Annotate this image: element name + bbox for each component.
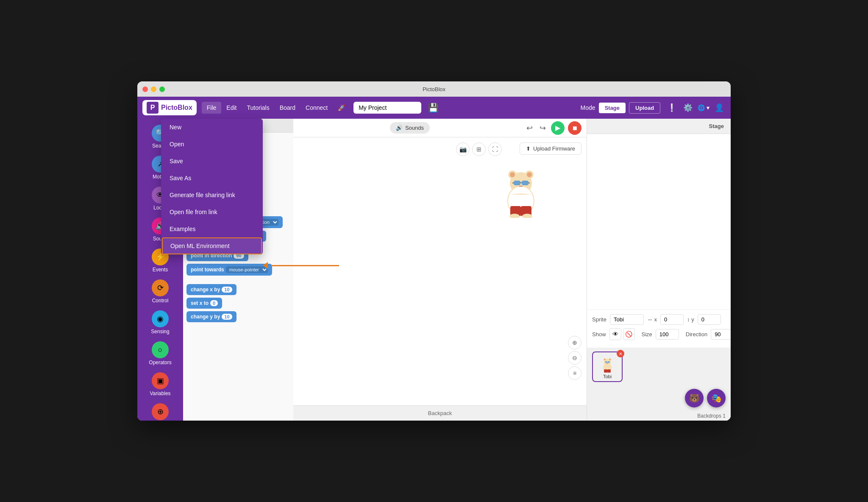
- right-panel: Stage Sprite ↔ x ↕ y Show 👁: [587, 119, 731, 421]
- project-name-input[interactable]: [353, 102, 421, 114]
- close-button[interactable]: [142, 86, 148, 92]
- sidebar-label-operators: Operators: [149, 360, 171, 365]
- svg-point-5: [527, 172, 532, 177]
- sidebar-item-operators[interactable]: ○ Operators: [141, 339, 179, 368]
- svg-rect-23: [605, 361, 607, 363]
- fit-button[interactable]: ≡: [568, 366, 581, 380]
- block-change-y[interactable]: change y by 10: [186, 311, 236, 322]
- y-coord-input[interactable]: [698, 314, 721, 325]
- svg-line-9: [512, 183, 514, 183]
- menu-save-as[interactable]: Save As: [161, 170, 263, 187]
- green-flag-button[interactable]: ▶: [551, 121, 565, 135]
- save-icon-button[interactable]: 💾: [425, 101, 442, 114]
- window-title: PictoBlox: [423, 86, 445, 92]
- menu-file[interactable]: File: [202, 102, 222, 114]
- menu-connect[interactable]: Connect: [300, 102, 333, 114]
- stage-mode-button[interactable]: Stage: [599, 103, 626, 113]
- svg-line-10: [529, 183, 530, 183]
- towards-dropdown[interactable]: mouse-pointer: [226, 266, 268, 273]
- sidebar-item-myblocks[interactable]: ⊕ My Blocks: [141, 401, 179, 421]
- operators-icon: ○: [152, 341, 169, 358]
- sprite-name-input[interactable]: [610, 314, 644, 325]
- user-icon[interactable]: 👤: [713, 101, 726, 114]
- sprite-info-row: Sprite ↔ x ↕ y: [592, 314, 726, 325]
- show-visible-button[interactable]: 👁: [609, 328, 621, 340]
- zoom-out-button[interactable]: ⊖: [568, 351, 581, 365]
- arrow-line: [271, 265, 339, 266]
- block-set-x[interactable]: set x to 0: [186, 298, 222, 309]
- sidebar-item-control[interactable]: ⟳ Control: [141, 277, 179, 306]
- tab-sounds[interactable]: 🔊 Sounds: [390, 122, 430, 134]
- sprite-tobi-thumb[interactable]: ✕: [592, 351, 623, 382]
- y-coord-label: ↕ y: [687, 316, 694, 323]
- sprite-tobi-container: ✕: [592, 351, 623, 382]
- zoom-in-button[interactable]: ⊕: [568, 336, 581, 349]
- upload-mode-button[interactable]: Upload: [629, 102, 660, 114]
- menu-open-from-link[interactable]: Open file from link: [161, 204, 263, 220]
- show-hidden-button[interactable]: 🚫: [623, 328, 635, 340]
- expand-icon-button[interactable]: ⛶: [488, 142, 502, 156]
- camera-icon-button[interactable]: 📷: [456, 142, 470, 156]
- sprite-props-row: Show 👁 🚫 Size Direction: [592, 328, 726, 340]
- menu-tutorials[interactable]: Tutorials: [242, 102, 274, 114]
- language-button[interactable]: 🌐 ▾: [698, 104, 709, 111]
- size-label: Size: [642, 331, 652, 337]
- notification-icon[interactable]: ❕: [665, 101, 678, 114]
- delete-sprite-button[interactable]: ✕: [617, 350, 624, 357]
- layout-icon-button[interactable]: ⊞: [472, 142, 486, 156]
- size-input[interactable]: [656, 329, 679, 340]
- undo-button[interactable]: ↩: [525, 122, 534, 134]
- backdrops-count: 1: [723, 413, 726, 419]
- x-coord-input[interactable]: [660, 314, 684, 325]
- menu-examples[interactable]: Examples: [161, 220, 263, 237]
- redo-button[interactable]: ↪: [538, 122, 548, 134]
- add-backdrop-fab[interactable]: 🎭: [707, 389, 726, 407]
- menu-new[interactable]: New: [161, 119, 263, 136]
- menu-open-ml[interactable]: Open ML Environment: [162, 237, 262, 254]
- svg-rect-6: [514, 181, 520, 185]
- backpack-bar[interactable]: Backpack: [293, 405, 587, 421]
- svg-point-4: [510, 172, 515, 177]
- sidebar-item-variables[interactable]: ▣ Variables: [141, 370, 179, 399]
- sidebar-label-variables: Variables: [150, 390, 170, 396]
- block-point-towards[interactable]: point towards mouse-pointer: [186, 264, 272, 276]
- svg-rect-26: [604, 369, 607, 373]
- sprites-list: ✕: [587, 348, 731, 385]
- canvas-toolbar: 📷 ⊞ ⛶: [456, 142, 502, 156]
- sidebar-item-sensing[interactable]: ◉ Sensing: [141, 308, 179, 337]
- editor-canvas: ⬆ Upload Firmware 📷 ⊞ ⛶: [293, 137, 587, 405]
- settings-icon[interactable]: ⚙️: [682, 101, 694, 114]
- menu-save[interactable]: Save: [161, 153, 263, 170]
- menu-generate-link[interactable]: Generate file sharing link: [161, 187, 263, 204]
- minimize-button[interactable]: [151, 86, 156, 92]
- main-window: PictoBlox P PictoBlox File Edit Tutorial…: [137, 81, 731, 421]
- backdrops-label: Backdrops: [697, 413, 721, 419]
- maximize-button[interactable]: [159, 86, 165, 92]
- mode-group: Mode Stage Upload: [581, 102, 661, 114]
- add-sprite-fab[interactable]: 🐻: [685, 389, 704, 407]
- menubar: P PictoBlox File Edit Tutorials Board Co…: [137, 97, 731, 119]
- svg-point-21: [604, 359, 606, 360]
- stage-label: Stage: [709, 123, 724, 129]
- sprite-display: [498, 159, 544, 219]
- editor-area: 🔊 Sounds ↩ ↪ ▶ ⏹ ⬆ Upload Firmware: [293, 119, 587, 421]
- menu-edit[interactable]: Edit: [221, 102, 242, 114]
- menu-rocket[interactable]: 🚀: [333, 102, 350, 114]
- mode-label: Mode: [581, 104, 595, 111]
- stop-button[interactable]: ⏹: [568, 121, 581, 135]
- sidebar-label-events: Events: [153, 267, 168, 273]
- backpack-label: Backpack: [428, 410, 452, 416]
- menu-open[interactable]: Open: [161, 136, 263, 153]
- upload-firmware-button[interactable]: ⬆ Upload Firmware: [520, 142, 581, 155]
- traffic-lights: [142, 86, 165, 92]
- svg-point-22: [609, 359, 611, 360]
- direction-label: Direction: [686, 331, 707, 337]
- ml-arrow: [263, 262, 339, 269]
- sprite-tobi-name: Tobi: [603, 374, 612, 379]
- backdrops-info: Backdrops 1: [587, 411, 731, 421]
- canvas-zoom-icons: ⊕ ⊖ ≡: [568, 336, 581, 380]
- menu-board[interactable]: Board: [275, 102, 300, 114]
- direction-input[interactable]: [711, 329, 731, 340]
- block-change-x[interactable]: change x by 10: [186, 284, 236, 295]
- fab-area: 🐻 🎭: [587, 385, 731, 411]
